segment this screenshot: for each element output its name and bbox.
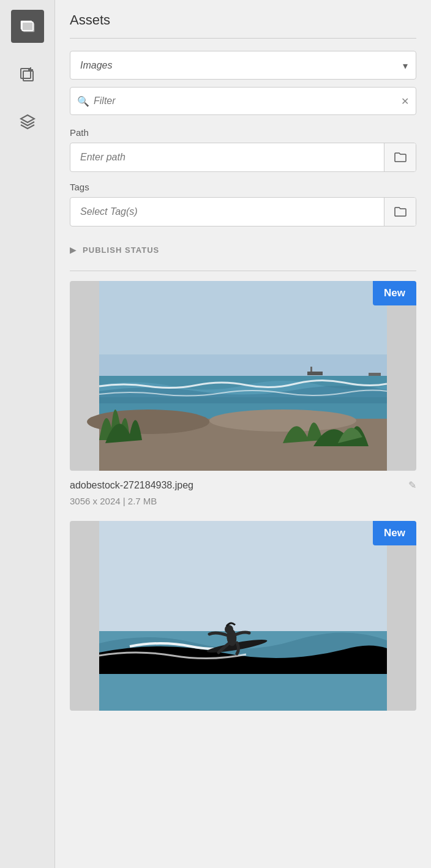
svg-marker-8 (21, 115, 34, 122)
tags-input[interactable] (70, 198, 384, 226)
title-divider (70, 38, 416, 39)
svg-rect-17 (369, 373, 381, 376)
path-section: Path (70, 127, 416, 172)
svg-rect-2 (22, 22, 33, 31)
tags-label: Tags (70, 182, 416, 192)
main-panel: Assets Images Videos Documents ▾ 🔍 ✕ Pat… (55, 0, 431, 868)
sidebar-item-add[interactable] (11, 58, 44, 91)
sidebar-item-layers[interactable] (11, 105, 44, 138)
asset-image-container[interactable]: New (70, 521, 416, 711)
path-input-group (70, 143, 416, 172)
svg-point-22 (225, 625, 233, 634)
filter-input[interactable] (70, 87, 416, 115)
new-badge: New (373, 521, 416, 545)
new-badge: New (373, 281, 416, 305)
sidebar (0, 0, 55, 868)
asset-image-container[interactable]: New (70, 281, 416, 471)
search-icon: 🔍 (77, 95, 89, 107)
svg-rect-10 (99, 354, 387, 379)
sidebar-item-media[interactable] (11, 10, 44, 43)
card-section-divider (70, 271, 416, 271)
type-selector[interactable]: Images Videos Documents (70, 51, 416, 80)
svg-rect-16 (310, 367, 312, 372)
asset-name-row: adobestock-272184938.jpeg ✎ (70, 479, 416, 491)
publish-status-label: PUBLISH STATUS (83, 245, 159, 255)
svg-point-14 (209, 410, 356, 432)
filter-wrapper: 🔍 ✕ (70, 87, 416, 115)
path-input[interactable] (70, 143, 384, 171)
tags-folder-button[interactable] (384, 198, 416, 226)
svg-rect-15 (307, 372, 323, 375)
svg-rect-18 (99, 521, 387, 643)
edit-icon[interactable]: ✎ (408, 479, 416, 491)
publish-chevron-icon: ▶ (70, 245, 77, 255)
clear-icon[interactable]: ✕ (401, 95, 409, 107)
type-selector-wrapper: Images Videos Documents ▾ (70, 51, 416, 80)
asset-card: New (70, 521, 416, 711)
page-title: Assets (70, 12, 416, 28)
path-label: Path (70, 127, 416, 138)
asset-card: New adobestock-272184938.jpeg ✎ 3056 x 2… (70, 281, 416, 506)
svg-rect-5 (23, 71, 33, 81)
asset-filename: adobestock-272184938.jpeg (70, 480, 193, 491)
path-folder-button[interactable] (384, 143, 416, 171)
asset-meta: 3056 x 2024 | 2.7 MB (70, 496, 416, 506)
tags-section: Tags (70, 182, 416, 226)
tags-input-group (70, 197, 416, 226)
publish-status-row[interactable]: ▶ PUBLISH STATUS (70, 236, 416, 263)
